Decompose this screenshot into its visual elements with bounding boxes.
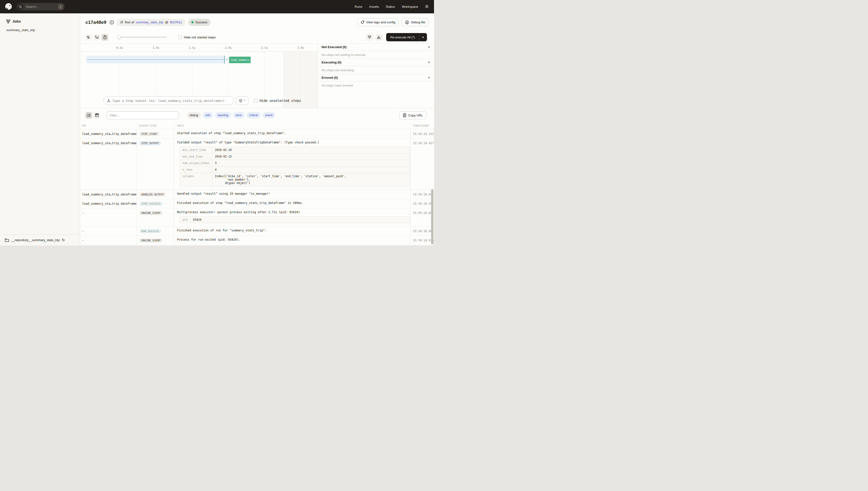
- info-icon[interactable]: [110, 20, 114, 25]
- dagster-logo-icon[interactable]: [4, 3, 12, 11]
- metadata-key: n_rows: [180, 167, 212, 173]
- list-view-button[interactable]: [86, 112, 92, 119]
- search-input[interactable]: [26, 5, 58, 8]
- reload-repository-icon[interactable]: ↻: [62, 238, 65, 242]
- zoom-slider-handle[interactable]: [117, 35, 121, 39]
- status-badge: Success: [188, 19, 211, 26]
- op-cell: -: [82, 211, 84, 214]
- panel-section-header[interactable]: Executing (0) ▼: [318, 59, 434, 66]
- panel-section-header[interactable]: Errored (0) ▼: [318, 74, 434, 81]
- view-tags-config-button[interactable]: View tags and config: [357, 18, 399, 26]
- log-level-pill-error[interactable]: error: [233, 112, 245, 118]
- scroll-to-bottom-button[interactable]: [366, 33, 373, 41]
- gantt-marker-dot: [226, 59, 227, 60]
- hide-not-started-checkbox[interactable]: Hide not started steps: [178, 35, 216, 39]
- reexecute-all-button[interactable]: Re-execute All (*): [386, 33, 419, 41]
- log-level-pill-warning[interactable]: warning: [215, 112, 231, 118]
- history-icon: ↺: [120, 21, 123, 24]
- event-type-badge: STEP_OUTPUT: [139, 141, 161, 145]
- waterfall-view-button[interactable]: [93, 34, 100, 40]
- info-cell: Yielded output "result" of type "Summary…: [174, 139, 410, 190]
- at-symbol: @: [165, 21, 168, 24]
- metadata-table: pid 93424: [180, 216, 410, 223]
- timestamp-cell: 15:30:18.929: [413, 239, 434, 242]
- event-type-badge: STEP_START: [139, 132, 160, 136]
- log-level-pill-critical[interactable]: critical: [247, 112, 260, 118]
- scroll-to-top-icon: [377, 35, 380, 39]
- nav-link-workspace[interactable]: Workspace: [402, 5, 418, 8]
- chevron-down-icon: ▼: [428, 77, 430, 79]
- vertical-scrollbar-thumb[interactable]: [431, 189, 434, 244]
- layers-icon: [239, 99, 242, 103]
- metadata-row: columns Index(['bike_id', 'color', 'star…: [180, 173, 410, 186]
- event-type-badge: ENGINE_EVENT: [139, 211, 163, 215]
- global-search[interactable]: /: [17, 3, 65, 10]
- metadata-key: min_start_time: [180, 147, 212, 153]
- timestamp-cell: 15:30:18.904: [413, 229, 434, 233]
- nav-link-assets[interactable]: Assets: [369, 5, 379, 8]
- gantt-axis-tick: 2.5s: [261, 46, 268, 50]
- nav-link-status[interactable]: Status: [386, 5, 395, 8]
- column-header-op: OP: [80, 122, 137, 129]
- timestamp-cell: 15:30:18.895: [413, 211, 434, 214]
- reexecute-dropdown-button[interactable]: ▼: [419, 33, 427, 41]
- log-row[interactable]: load_summary_sta…trip_dataframe STEP_STA…: [80, 129, 434, 139]
- structured-view-button[interactable]: [93, 112, 100, 119]
- scroll-to-top-button[interactable]: [375, 33, 382, 41]
- repository-bar[interactable]: __repository__summary_stats_trip ↻: [0, 234, 80, 246]
- zoom-slider[interactable]: [118, 37, 166, 38]
- gantt-step-bar[interactable]: load_summary.: [229, 57, 251, 63]
- stopwatch-icon: [103, 35, 107, 39]
- log-filter-input[interactable]: [110, 114, 176, 117]
- log-row[interactable]: - ENGINE_EVENT Multiprocess executor: pa…: [80, 208, 434, 227]
- scroll-to-bottom-icon: [368, 35, 371, 39]
- event-type-badge: STEP_SUCCESS: [139, 202, 163, 206]
- hide-unselected-label: Hide unselected steps: [259, 99, 301, 103]
- panel-section-title: Errored (0): [321, 76, 338, 80]
- commit-link[interactable]: f61f761c: [170, 21, 182, 24]
- gantt-axis-tick: 0.5s: [116, 46, 123, 50]
- flat-view-button[interactable]: [86, 34, 92, 40]
- hide-unselected-checkbox[interactable]: Hide unselected steps: [254, 99, 301, 103]
- log-level-pill-event[interactable]: event: [262, 112, 275, 118]
- job-link[interactable]: summary_stats_trip: [136, 21, 163, 24]
- info-cell: Finished execution of run for "summary_s…: [174, 227, 410, 235]
- sidebar: Jobs summary_stats_trip __repository__su…: [0, 13, 80, 246]
- gear-icon[interactable]: ⚙: [425, 5, 429, 9]
- log-row[interactable]: load_summary_sta…trip_dataframe HANDLED_…: [80, 190, 434, 199]
- log-row[interactable]: - RUN_SUCCESS Finished execution of run …: [80, 227, 434, 236]
- log-level-pill-info[interactable]: info: [203, 112, 213, 118]
- copy-url-button[interactable]: Copy URL: [400, 111, 426, 119]
- sidebar-item-job[interactable]: summary_stats_trip: [0, 23, 80, 32]
- checkbox-icon: [178, 35, 182, 39]
- log-level-pill-debug[interactable]: debug: [187, 112, 201, 118]
- info-cell: Handled output "result" using IO manager…: [174, 190, 410, 199]
- status-dot: [191, 21, 193, 23]
- debug-file-button[interactable]: Debug file: [402, 18, 429, 26]
- event-type-badge: HANDLED_OUTPUT: [139, 192, 166, 197]
- info-text: Finished execution of run for "summary_s…: [177, 229, 410, 232]
- panel-section-header[interactable]: Not Executed (0) ▼: [318, 44, 434, 51]
- info-text: Process for run exited (pid: 93424).: [177, 238, 410, 241]
- log-row[interactable]: - ENGINE_EVENT Process for run exited (p…: [80, 236, 434, 245]
- folder-icon: [5, 238, 9, 242]
- flat-view-icon: [87, 36, 91, 39]
- panel-section-empty-text: No steps are executing: [318, 66, 434, 74]
- step-subset-row: ⌃ Hide unselected steps: [103, 96, 317, 105]
- metadata-key: pid: [180, 216, 190, 223]
- log-row[interactable]: load_summary_sta…trip_dataframe STEP_OUT…: [80, 139, 434, 190]
- graph-query-toggle-button[interactable]: ⌃: [236, 96, 248, 105]
- log-filter-bar: debuginfowarningerrorcriticalevent Copy …: [80, 108, 434, 122]
- metadata-key: max_end_time: [180, 153, 212, 160]
- gantt-toolbar: Hide not started steps Re-execute A: [80, 31, 434, 43]
- status-label: Success: [195, 21, 208, 24]
- repository-name: __repository__summary_stats_trip: [11, 238, 60, 242]
- step-subset-input[interactable]: [113, 99, 230, 103]
- chevron-down-icon: ▼: [428, 46, 430, 48]
- timed-view-button[interactable]: [101, 34, 108, 40]
- metadata-row: max_end_time 2020-02-13: [180, 153, 410, 160]
- gantt-axis-tick: 1.0s: [153, 46, 159, 50]
- nav-link-runs[interactable]: Runs: [354, 5, 362, 8]
- op-cell: -: [82, 239, 84, 242]
- log-row[interactable]: load_summary_sta…trip_dataframe STEP_SUC…: [80, 199, 434, 208]
